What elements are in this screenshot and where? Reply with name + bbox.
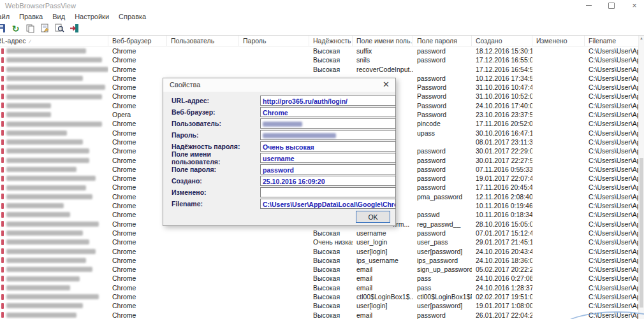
cell-created: 30.01.2017 22:27:54 <box>472 156 532 165</box>
field-input[interactable]: Chrome <box>260 107 396 117</box>
menu-item-1[interactable]: Правка <box>18 13 43 20</box>
cell-passfield <box>413 201 472 210</box>
cell-created: 24.10.2016 1:28:37 <box>472 283 532 292</box>
cell-username <box>167 65 239 74</box>
find-icon[interactable] <box>54 24 65 34</box>
column-header-0[interactable]: URL-адрес∕ <box>0 36 108 46</box>
field-input[interactable] <box>260 187 396 197</box>
url-favicon-icon <box>1 276 4 281</box>
menu-item-0[interactable]: Файл <box>0 13 10 20</box>
field-input[interactable]: Очень высокая <box>260 141 396 152</box>
table-row[interactable]: ChromeВысокаяuser[login]user[password]24… <box>0 247 639 256</box>
table-row[interactable]: ChromeВысокаяips_usernameips_password24.… <box>0 256 639 265</box>
menu-item-3[interactable]: Настройки <box>74 13 110 20</box>
cell-url <box>0 183 108 192</box>
url-favicon-icon <box>1 112 4 118</box>
cell-created: 05.02.2017 20:22:20 <box>472 265 532 274</box>
cell-browser: Chrome <box>108 101 167 110</box>
dialog-close-button[interactable]: ✕ <box>383 80 390 89</box>
column-header-2[interactable]: Пользователь <box>167 36 239 46</box>
cell-passfield: password <box>413 311 472 319</box>
redacted-text <box>6 167 77 172</box>
field-input[interactable]: http://pro365.ru/auth/login/ <box>260 96 396 106</box>
scroll-up-icon[interactable]: ▲ <box>639 36 644 40</box>
menu-item-2[interactable]: Вид <box>52 13 66 20</box>
cell-modified <box>532 55 585 64</box>
cell-filename: C:\Users\User\Ap <box>585 301 639 310</box>
url-favicon-icon <box>1 303 4 309</box>
table-row[interactable]: ChromeВысокаяuser[login]user[password]19… <box>0 301 639 310</box>
cell-created: 19.01.2017 22:07:47 <box>472 174 532 183</box>
cell-modified <box>532 138 585 146</box>
cell-created: 08.01.2017 23:11:39 <box>472 138 532 146</box>
column-header-7[interactable]: Создано <box>472 36 532 46</box>
field-input[interactable]: password <box>260 164 396 174</box>
cell-filename: C:\Users\User\Ap <box>585 192 639 201</box>
cell-filename: C:\Users\User\Ap <box>585 129 639 138</box>
column-header-1[interactable]: Веб-браузер <box>108 36 167 46</box>
dialog-title-bar[interactable]: Свойства ✕ <box>163 78 395 92</box>
table-row[interactable]: ChromeВысокаяemailpass24.10.2016 1:28:37… <box>0 283 639 292</box>
exit-icon[interactable] <box>69 24 80 34</box>
cell-modified <box>532 183 585 192</box>
title-bar[interactable]: WebBrowserPassView × <box>0 0 644 11</box>
cell-url <box>0 146 108 155</box>
save-icon[interactable] <box>0 24 6 34</box>
properties-icon[interactable] <box>40 24 50 34</box>
table-row[interactable]: ChromeВысокаяsuffixpassword18.12.2016 15… <box>0 46 639 55</box>
maximize-button[interactable] <box>607 1 616 10</box>
minimize-button[interactable] <box>584 1 593 10</box>
cell-modified <box>532 237 585 246</box>
scrollbar-thumb[interactable] <box>640 158 643 308</box>
column-header-label: Поле имени поль... <box>356 37 413 45</box>
cell-userfield: email <box>353 274 413 283</box>
cell-username <box>167 274 239 283</box>
redacted-text <box>6 148 89 153</box>
field-input[interactable] <box>260 130 396 140</box>
column-header-9[interactable]: Filename <box>585 36 639 46</box>
field-input[interactable]: C:\Users\User\AppData\Local\Google\Chro <box>260 199 396 209</box>
column-header-3[interactable]: Пароль <box>239 36 309 46</box>
copy-icon[interactable] <box>25 24 36 34</box>
cell-created: 17.12.2016 16:55:03 <box>472 55 532 64</box>
url-favicon-icon <box>1 85 4 90</box>
cell-passfield: Password <box>413 101 472 110</box>
table-row[interactable]: ChromeВысокаяsnilspassword17.12.2016 16:… <box>0 55 639 64</box>
cell-userfield: email <box>353 283 413 292</box>
table-row[interactable]: ChromeОчень низкаяuser_loginuser_pass29.… <box>0 237 639 246</box>
dialog-field-2: Пользователь: <box>163 118 395 129</box>
cell-passfield: password <box>413 55 472 64</box>
cell-username <box>167 256 239 265</box>
table-row[interactable]: ChromeВысокаяrecoverCodeInput...17.12.20… <box>0 65 639 74</box>
table-row[interactable]: ChromeВысокаяusernamepassword07.01.2017 … <box>0 229 639 237</box>
field-input[interactable]: username <box>260 153 396 163</box>
ok-button[interactable]: OK <box>356 211 390 223</box>
menu-item-4[interactable]: Справка <box>118 13 147 20</box>
column-header-4[interactable]: Надёжность п... <box>309 36 353 46</box>
table-row[interactable]: ChromeВысокаяemailsign_up_password05.02.… <box>0 265 639 274</box>
cell-created: 24.10.2016 18:36:03 <box>472 256 532 265</box>
cell-created: 12.11.2016 2:08:40 <box>472 192 532 201</box>
cell-url <box>0 74 108 83</box>
vertical-scrollbar[interactable]: ▲ <box>638 36 644 319</box>
refresh-icon[interactable]: ↻ <box>10 24 21 34</box>
url-favicon-icon <box>1 57 4 63</box>
column-header-6[interactable]: Поле пароля <box>413 36 472 46</box>
cell-password <box>239 46 309 55</box>
cell-password <box>239 265 309 274</box>
cell-passfield: ips_password <box>413 256 472 265</box>
column-header-8[interactable]: Изменено <box>532 36 585 46</box>
column-header-5[interactable]: Поле имени поль... <box>353 36 413 46</box>
table-row[interactable]: ChromeВысокаяctl00$LoginBox1$...ctl00$Lo… <box>0 292 639 301</box>
table-row[interactable]: ChromeВысокаяemailpassword26.01.2017 22:… <box>0 311 639 319</box>
table-row[interactable]: ChromeВысокаяemailpass24.10.2016 0:27:08… <box>0 274 639 283</box>
url-favicon-icon <box>1 312 4 318</box>
column-header-label: Надёжность п... <box>313 37 353 45</box>
field-input[interactable] <box>260 118 396 129</box>
field-input[interactable]: 25.10.2016 16:09:20 <box>260 176 396 186</box>
field-label: Надёжность пароля: <box>172 143 260 150</box>
cell-userfield: email <box>353 311 413 319</box>
close-button[interactable]: × <box>630 1 639 10</box>
cell-filename: C:\Users\User\Ap <box>585 119 639 128</box>
cell-url <box>0 110 108 119</box>
